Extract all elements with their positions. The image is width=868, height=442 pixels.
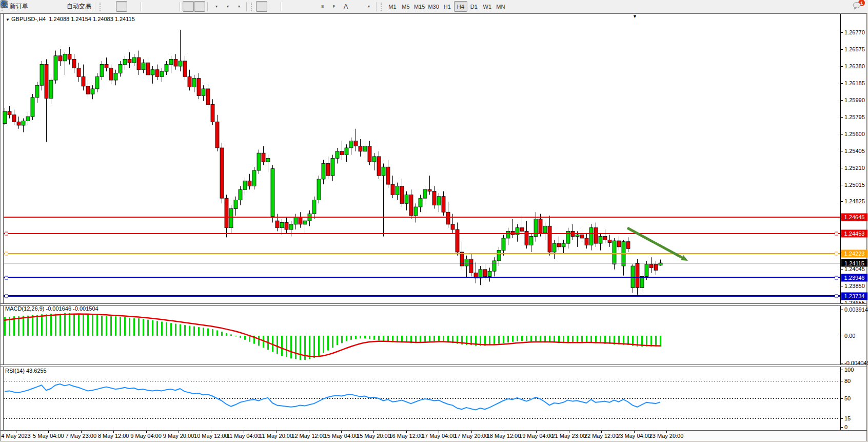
- chart-ohlc-values: 1.24088 1.24154 1.24083 1.24115: [49, 16, 134, 22]
- rsi-pane-separator[interactable]: [1, 364, 866, 367]
- time-label: 17 May 04:00: [422, 433, 456, 439]
- toolbar-separator: [376, 2, 377, 11]
- toolbar-separator: [207, 2, 208, 11]
- bar-chart-button[interactable]: [105, 1, 116, 12]
- current-price-tag: 1.24115: [841, 259, 867, 267]
- timeframe-m1-button[interactable]: M1: [386, 1, 399, 12]
- timeframe-label: M5: [402, 4, 409, 10]
- time-label: 7 May 23:00: [66, 433, 97, 439]
- vertical-line-tool-button[interactable]: [284, 1, 295, 12]
- dropdown-caret-icon: ▾: [215, 4, 218, 9]
- horizontal-line[interactable]: [4, 253, 840, 254]
- chart-shift-marker-icon[interactable]: ▼: [633, 14, 637, 19]
- new-order-label: 新订单: [10, 2, 28, 11]
- zoom-in-button[interactable]: [144, 1, 155, 12]
- horizontal-line[interactable]: [4, 295, 840, 297]
- line-handle[interactable]: [5, 276, 8, 279]
- time-label: 11 May 04:00: [227, 433, 261, 439]
- styler-button[interactable]: [30, 1, 41, 12]
- horizontal-line[interactable]: [4, 277, 840, 278]
- toolbar-separator: [95, 2, 96, 11]
- horizontal-line[interactable]: [4, 217, 840, 218]
- time-label: 17 May 20:00: [454, 433, 488, 439]
- periods-button[interactable]: ▾: [222, 1, 233, 12]
- timeframe-m5-button[interactable]: M5: [399, 1, 412, 12]
- timeframe-label: M1: [388, 4, 396, 10]
- candlestick-plot: [1, 14, 866, 440]
- chat-bubble-icon: [852, 2, 861, 10]
- macd-pane-separator[interactable]: [1, 303, 866, 306]
- line-handle[interactable]: [835, 276, 838, 279]
- time-label: 23 May 20:00: [649, 433, 684, 439]
- line-handle[interactable]: [835, 232, 838, 235]
- dropdown-caret-icon: ▾: [238, 4, 240, 9]
- chart-title: ▼ GBPUSD-,H4 1.24088 1.24154 1.24083 1.2…: [6, 16, 135, 22]
- notifications-button[interactable]: 1: [852, 1, 863, 12]
- timeframe-m15-button[interactable]: M15: [412, 1, 426, 12]
- time-label: 9 May 20:00: [163, 433, 194, 439]
- timeframe-label: H4: [457, 4, 464, 10]
- search-icon: [0, 0, 9, 9]
- auto-trading-button[interactable]: 自动交易: [64, 1, 93, 12]
- toolbar-separator: [141, 2, 142, 11]
- toolbar-separator: [180, 2, 181, 11]
- bid-price-line: [4, 263, 840, 263]
- timeframe-d1-button[interactable]: D1: [467, 1, 481, 12]
- price-tag: 1.24223: [841, 249, 867, 257]
- line-handle[interactable]: [5, 294, 8, 298]
- price-tag: 1.24453: [841, 229, 867, 237]
- text-label-tool-button[interactable]: T: [351, 1, 363, 12]
- time-label: 15 May 20:00: [357, 433, 391, 439]
- cursor-tool-button[interactable]: [256, 1, 267, 12]
- collapse-arrow-icon[interactable]: ▼: [6, 17, 10, 22]
- chart-symbol-period: GBPUSD-,H4: [11, 16, 46, 22]
- time-label: 19 May 04:00: [519, 433, 554, 439]
- timeframe-h1-button[interactable]: H1: [441, 1, 454, 12]
- tile-windows-button[interactable]: [166, 1, 177, 12]
- timeframe-label: M30: [428, 4, 439, 10]
- search-button[interactable]: [837, 1, 849, 12]
- auto-scroll-button[interactable]: [183, 1, 194, 12]
- horizontal-line-tool-button[interactable]: [295, 1, 306, 12]
- time-label: 12 May 12:00: [291, 433, 326, 439]
- line-handle[interactable]: [5, 232, 8, 235]
- timeframe-mn-button[interactable]: MN: [494, 1, 507, 12]
- indicators-button[interactable]: ▾: [210, 1, 222, 12]
- time-label: 8 May 12:00: [98, 433, 129, 439]
- zoom-out-button[interactable]: [155, 1, 166, 12]
- channel-tool-button[interactable]: E: [318, 1, 329, 12]
- new-order-button[interactable]: 新订单: [7, 1, 30, 12]
- trendline-tool-button[interactable]: [306, 1, 318, 12]
- toolbar-grip[interactable]: [381, 3, 384, 11]
- line-chart-button[interactable]: [127, 1, 139, 12]
- time-label: 18 May 12:00: [487, 433, 521, 439]
- channel-tool-tag: E: [321, 4, 324, 9]
- line-handle[interactable]: [5, 252, 8, 255]
- line-handle[interactable]: [835, 252, 838, 255]
- timeframe-label: MN: [496, 4, 505, 10]
- data-window-button[interactable]: [41, 1, 52, 12]
- toolbar-grip[interactable]: [251, 3, 254, 11]
- timeframe-h4-button[interactable]: H4: [454, 1, 467, 12]
- toolbar-grip[interactable]: [100, 3, 103, 11]
- chart-window: ▼ GBPUSD-,H4 1.24088 1.24154 1.24083 1.2…: [0, 13, 867, 441]
- time-label: 22 May 12:00: [584, 433, 619, 439]
- arrows-tool-button[interactable]: ▾: [363, 1, 374, 12]
- chart-shift-button[interactable]: [194, 1, 205, 12]
- time-label: 15 May 04:00: [324, 433, 359, 439]
- candlestick-chart-button[interactable]: [116, 1, 127, 12]
- timeframe-label: D1: [470, 4, 478, 10]
- crosshair-tool-button[interactable]: [267, 1, 279, 12]
- dropdown-caret-icon: ▾: [227, 4, 229, 9]
- fibonacci-tool-button[interactable]: F: [329, 1, 340, 12]
- horizontal-line[interactable]: [4, 233, 840, 234]
- timeframe-m30-button[interactable]: M30: [426, 1, 440, 12]
- templates-button[interactable]: ▾: [233, 1, 244, 12]
- timeframe-w1-button[interactable]: W1: [481, 1, 494, 12]
- time-label: 4 May 2023: [1, 433, 30, 439]
- toolbar-separator: [281, 2, 282, 11]
- text-tool-button[interactable]: A: [340, 1, 351, 12]
- signals-button[interactable]: [52, 1, 64, 12]
- price-tag: 1.24645: [841, 213, 867, 221]
- line-handle[interactable]: [835, 294, 838, 298]
